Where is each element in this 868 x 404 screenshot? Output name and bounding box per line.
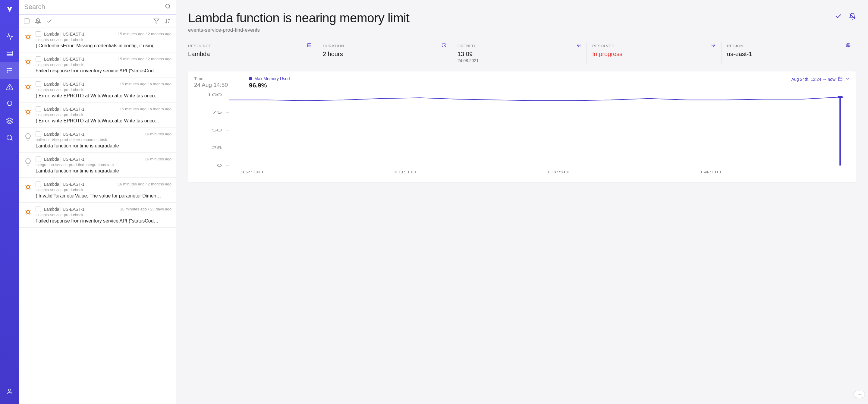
item-checkbox[interactable]	[36, 131, 41, 137]
bug-icon	[24, 56, 33, 73]
item-meta: Lambda | US-EAST-1	[44, 107, 84, 112]
item-resource: poller-service-prod-delete-resources-tas…	[36, 137, 172, 142]
resolved-icon	[711, 43, 716, 49]
item-resource: insights-service-prod-check	[36, 62, 172, 67]
item-resource: insights-service-prod-check	[36, 87, 172, 92]
item-resource: insights-service-prod-check	[36, 213, 172, 217]
svg-text:13:50: 13:50	[546, 170, 569, 174]
item-meta: Lambda | US-EAST-1	[44, 132, 84, 136]
svg-line-26	[30, 36, 30, 36]
search-input[interactable]	[24, 3, 165, 11]
filter-button[interactable]	[153, 18, 159, 24]
search-icon[interactable]	[165, 3, 171, 10]
chart-body[interactable]: 025507510012:3013:1013:5014:30	[194, 92, 850, 176]
item-title: { Error: write EPROTO at WriteWrap.after…	[36, 93, 172, 99]
svg-line-58	[30, 186, 30, 186]
svg-line-16	[169, 7, 170, 9]
svg-text:50: 50	[212, 128, 222, 132]
item-checkbox[interactable]	[36, 31, 41, 37]
chart-legend: Max Memory Used	[249, 76, 290, 81]
svg-line-44	[30, 87, 30, 88]
item-checkbox[interactable]	[36, 82, 41, 87]
issue-list[interactable]: Lambda | US-EAST-115 minutes ago / 2 mon…	[19, 27, 176, 404]
mute-action[interactable]	[849, 13, 856, 21]
svg-line-59	[25, 188, 26, 188]
issue-title: Lambda function is nearing memory limit	[188, 11, 410, 25]
svg-line-27	[25, 37, 26, 38]
svg-line-66	[30, 211, 30, 211]
info-label: RESOURCE	[188, 44, 212, 48]
svg-rect-0	[7, 51, 12, 56]
chart-range-picker[interactable]: Aug 24th, 12:24 → now	[792, 76, 850, 82]
logo[interactable]	[4, 4, 15, 15]
issue-list-item[interactable]: Lambda | US-EAST-115 minutes ago / a mon…	[19, 102, 176, 127]
svg-line-70	[29, 214, 29, 214]
nav-issues[interactable]	[0, 62, 19, 79]
issue-list-item[interactable]: Lambda | US-EAST-115 minutes ago / a mon…	[19, 77, 176, 102]
nav-divider	[4, 23, 16, 23]
svg-point-23	[27, 35, 30, 39]
resolve-button[interactable]	[46, 18, 53, 24]
svg-text:14:30: 14:30	[699, 170, 721, 174]
chart-card: Time 24 Aug 14:50 Max Memory Used 96.9% …	[188, 71, 856, 182]
select-all-checkbox[interactable]	[24, 19, 30, 24]
svg-point-6	[7, 68, 7, 69]
item-checkbox[interactable]	[36, 182, 41, 187]
item-time: 16 minutes ago	[145, 132, 172, 136]
chat-widget[interactable]: ···	[854, 391, 865, 398]
svg-line-62	[29, 188, 29, 189]
issue-list-item[interactable]: Lambda | US-EAST-116 minutes agopoller-s…	[19, 127, 176, 153]
item-checkbox[interactable]	[36, 207, 41, 212]
item-title: Lambda function runtime is upgradable	[36, 168, 172, 174]
mute-button[interactable]	[35, 18, 41, 24]
detail-actions	[835, 11, 856, 21]
sort-button[interactable]	[165, 18, 171, 24]
info-region: REGION us-east-1	[727, 41, 856, 64]
nav-resources[interactable]	[0, 45, 19, 62]
issue-list-item[interactable]: Lambda | US-EAST-115 minutes ago / 2 mon…	[19, 27, 176, 53]
item-checkbox[interactable]	[36, 56, 41, 62]
svg-line-68	[30, 213, 30, 213]
info-value: us-east-1	[727, 51, 850, 58]
svg-line-57	[25, 186, 26, 186]
svg-line-38	[29, 63, 29, 64]
svg-rect-81	[838, 77, 842, 81]
nav-layers[interactable]	[0, 113, 19, 129]
issue-list-item[interactable]: Lambda | US-EAST-115 minutes ago / 2 mon…	[19, 53, 176, 77]
svg-text:0: 0	[217, 163, 222, 167]
nav-alerts[interactable]	[0, 79, 19, 96]
info-value: 2 hours	[323, 51, 446, 58]
info-value: 13:09	[458, 51, 581, 58]
svg-point-63	[27, 211, 30, 214]
bug-icon	[24, 31, 33, 49]
legend-dot-icon	[249, 77, 252, 80]
info-opened: OPENED 13:09 24.08.2021	[458, 41, 587, 64]
resolve-action[interactable]	[835, 13, 842, 21]
svg-point-55	[27, 185, 30, 189]
svg-point-8	[7, 72, 7, 72]
item-title: { InvalidParameterValue: The value for p…	[36, 193, 172, 199]
issue-list-item[interactable]: Lambda | US-EAST-116 minutes agointegrat…	[19, 153, 176, 178]
svg-point-7	[7, 70, 7, 70]
legend-label: Max Memory Used	[254, 76, 290, 81]
nav-activity[interactable]	[0, 28, 19, 45]
svg-line-42	[30, 86, 30, 86]
chart-range-label: Aug 24th, 12:24 → now	[792, 77, 835, 82]
item-title: Failed response from inventory service A…	[36, 218, 172, 224]
item-time: 15 minutes ago / a month ago	[120, 82, 172, 86]
nav-search[interactable]	[0, 129, 19, 146]
nav-insights[interactable]	[0, 96, 19, 113]
lightbulb-icon	[24, 156, 33, 174]
item-checkbox[interactable]	[36, 106, 41, 112]
info-resolved: RESOLVED In progress	[592, 41, 721, 64]
nav-account[interactable]	[0, 383, 19, 400]
info-resource: RESOURCE Lambda	[188, 41, 317, 64]
issue-list-item[interactable]: Lambda | US-EAST-116 minutes ago / 2 mon…	[19, 178, 176, 203]
item-checkbox[interactable]	[36, 156, 41, 162]
svg-point-15	[166, 4, 170, 8]
issue-list-item[interactable]: Lambda | US-EAST-116 minutes ago / 23 da…	[19, 203, 176, 228]
item-title: { Error: write EPROTO at WriteWrap.after…	[36, 118, 172, 124]
svg-point-100	[837, 96, 843, 98]
item-time: 16 minutes ago	[145, 157, 172, 161]
item-time: 15 minutes ago / 2 months ago	[118, 32, 172, 36]
